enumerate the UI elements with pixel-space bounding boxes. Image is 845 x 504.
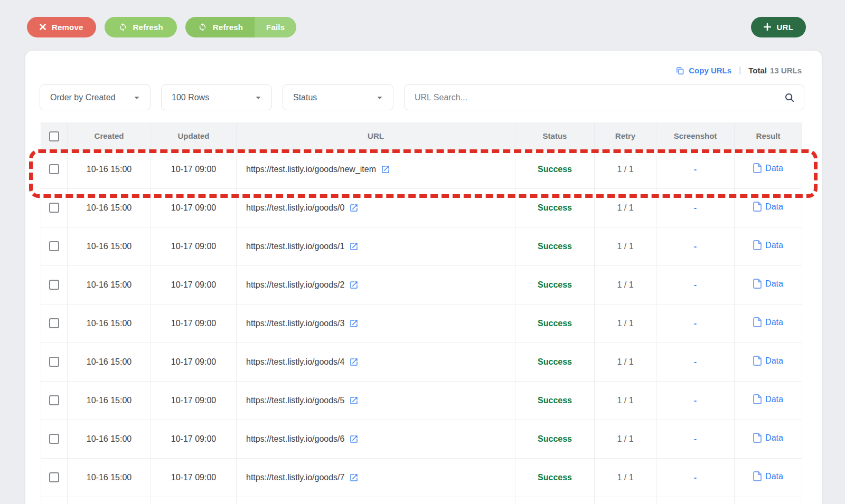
row-created: 10-16 15:00 [68, 381, 151, 420]
row-checkbox-cell [41, 150, 68, 188]
table-row-highlighted: 10-16 15:00 10-17 09:00 https://test.lis… [41, 150, 802, 188]
result-data-link[interactable]: Data [753, 356, 783, 366]
table-row-partial [41, 497, 802, 504]
remove-button-label: Remove [52, 23, 83, 32]
result-data-link[interactable]: Data [753, 471, 783, 481]
status-filter-select[interactable]: Status [283, 84, 393, 110]
row-checkbox[interactable] [49, 241, 59, 251]
select-all-checkbox[interactable] [49, 131, 59, 141]
row-screenshot[interactable]: - [694, 203, 697, 212]
add-url-button-label: URL [777, 23, 793, 32]
file-icon [753, 317, 762, 327]
rows-per-page-select[interactable]: 100 Rows [161, 84, 272, 110]
column-header-retry: Retry [595, 122, 656, 150]
copy-urls-button[interactable]: Copy URLs [675, 66, 731, 75]
toolbar-left-group: Remove Refresh Refresh Fails [27, 17, 296, 37]
row-screenshot[interactable]: - [694, 280, 697, 289]
refresh-fails-fails-segment[interactable]: Fails [255, 17, 296, 37]
file-icon [753, 356, 762, 366]
row-url: https://test.listly.io/goods/7 [246, 473, 344, 482]
external-link-icon[interactable] [349, 357, 359, 367]
row-updated: 10-17 09:00 [151, 343, 237, 381]
search-icon[interactable] [784, 92, 795, 103]
row-status: Success [538, 165, 572, 174]
refresh-fails-refresh-segment[interactable]: Refresh [185, 17, 255, 37]
total-label: Total [748, 66, 767, 75]
row-url: https://test.listly.io/goods/1 [246, 242, 344, 251]
url-table-wrap: Created Updated URL Status Retry Screens… [41, 122, 802, 504]
table-row: 10-16 15:00 10-17 09:00 https://test.lis… [41, 227, 802, 265]
result-data-link[interactable]: Data [753, 202, 783, 212]
row-screenshot[interactable]: - [694, 319, 697, 328]
row-checkbox-cell [41, 188, 68, 227]
external-link-icon[interactable] [349, 473, 359, 482]
row-screenshot[interactable]: - [694, 165, 697, 174]
copy-urls-label: Copy URLs [689, 66, 731, 75]
remove-button[interactable]: Remove [27, 17, 96, 37]
row-checkbox[interactable] [49, 164, 59, 174]
url-search-box [404, 84, 804, 110]
result-data-label: Data [765, 241, 783, 250]
row-screenshot[interactable]: - [694, 357, 697, 366]
refresh-button[interactable]: Refresh [105, 17, 177, 37]
row-checkbox[interactable] [49, 357, 59, 367]
row-url: https://test.listly.io/goods/0 [246, 203, 344, 213]
external-link-icon[interactable] [349, 319, 359, 328]
row-url: https://test.listly.io/goods/4 [246, 357, 344, 367]
row-screenshot[interactable]: - [694, 396, 697, 405]
result-data-link[interactable]: Data [753, 279, 783, 289]
row-status: Success [538, 242, 572, 251]
result-data-link[interactable]: Data [753, 163, 783, 173]
row-screenshot[interactable]: - [694, 242, 697, 251]
row-checkbox[interactable] [49, 472, 59, 482]
file-icon [753, 433, 762, 443]
order-by-select[interactable]: Order by Created [40, 84, 151, 110]
row-checkbox-cell [41, 381, 68, 420]
external-link-icon[interactable] [381, 165, 390, 174]
result-data-link[interactable]: Data [753, 394, 783, 404]
url-search-input[interactable] [415, 93, 784, 102]
result-data-link[interactable]: Data [753, 433, 783, 443]
column-header-result: Result [735, 122, 802, 150]
row-checkbox[interactable] [49, 280, 59, 290]
result-data-link[interactable]: Data [753, 240, 783, 250]
row-checkbox[interactable] [49, 318, 59, 328]
result-data-label: Data [765, 164, 783, 173]
table-row: 10-16 15:00 10-17 09:00 https://test.lis… [41, 265, 802, 304]
row-status: Success [538, 357, 572, 366]
result-data-link[interactable]: Data [753, 317, 783, 327]
external-link-icon[interactable] [349, 434, 359, 444]
add-url-button[interactable]: URL [751, 17, 806, 37]
file-icon [753, 202, 762, 212]
row-checkbox-cell [41, 304, 68, 343]
row-created: 10-16 15:00 [68, 265, 151, 304]
file-icon [753, 394, 762, 404]
row-retry: 1 / 1 [617, 434, 633, 443]
row-updated: 10-17 09:00 [151, 458, 237, 497]
total-urls: Total13 URLs [748, 66, 802, 75]
row-created: 10-16 15:00 [68, 150, 151, 188]
external-link-icon[interactable] [349, 242, 359, 251]
row-checkbox[interactable] [49, 395, 59, 405]
row-checkbox-cell [41, 227, 68, 265]
row-checkbox[interactable] [49, 434, 59, 444]
row-status: Success [538, 203, 572, 212]
table-row: 10-16 15:00 10-17 09:00 https://test.lis… [41, 458, 802, 497]
rows-per-page-value: 100 Rows [172, 93, 209, 102]
row-screenshot[interactable]: - [694, 434, 697, 443]
external-link-icon[interactable] [349, 203, 359, 213]
row-status: Success [538, 434, 572, 443]
row-created: 10-16 15:00 [68, 420, 151, 458]
row-status: Success [538, 319, 572, 328]
row-screenshot[interactable]: - [694, 473, 697, 482]
row-checkbox[interactable] [49, 203, 59, 213]
file-icon [753, 471, 762, 481]
result-data-label: Data [765, 472, 783, 481]
row-status: Success [538, 396, 572, 405]
row-status: Success [538, 473, 572, 482]
row-retry: 1 / 1 [617, 319, 633, 328]
external-link-icon[interactable] [349, 396, 359, 405]
external-link-icon[interactable] [349, 280, 359, 290]
close-icon [40, 24, 46, 30]
row-url: https://test.listly.io/goods/3 [246, 319, 344, 328]
